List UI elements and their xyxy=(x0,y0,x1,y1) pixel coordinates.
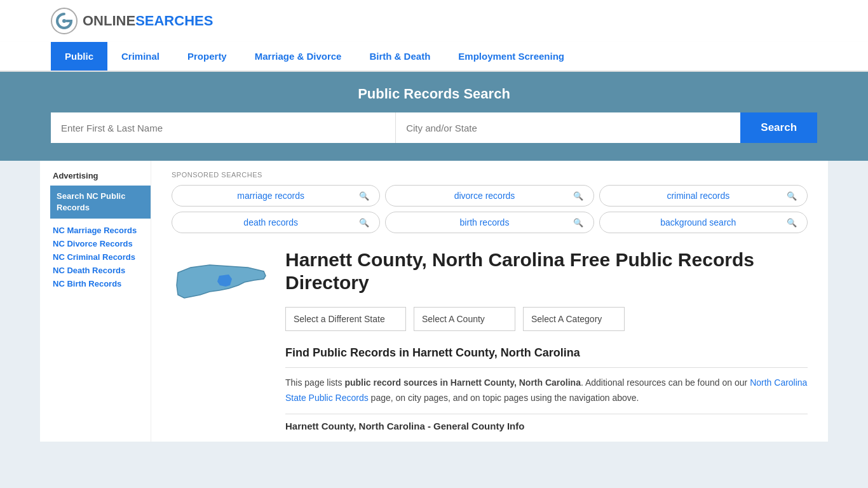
search-banner: Public Records Search Search xyxy=(0,72,868,161)
county-details: Harnett County, North Carolina Free Publ… xyxy=(285,248,808,431)
search-icon: 🔍 xyxy=(787,218,797,227)
county-dropdown[interactable]: Select A County xyxy=(414,307,515,331)
svg-point-1 xyxy=(62,19,66,23)
divider2 xyxy=(285,414,808,414)
nav-item-property[interactable]: Property xyxy=(173,42,241,71)
sponsored-tag-birth[interactable]: birth records 🔍 xyxy=(385,212,593,233)
logo-searches: SEARCHES xyxy=(135,13,213,29)
nav-item-public[interactable]: Public xyxy=(51,42,107,71)
tag-text: divorce records xyxy=(396,191,573,201)
logo-container[interactable]: ONLINESEARCHES xyxy=(51,8,213,34)
sidebar-ad-label: Advertising xyxy=(50,171,151,180)
bold-text: public record sources in Harnett County,… xyxy=(344,377,581,388)
main-nav: Public Criminal Property Marriage & Divo… xyxy=(0,42,868,72)
sponsored-grid: marriage records 🔍 divorce records 🔍 cri… xyxy=(172,185,808,233)
sponsored-tag-background[interactable]: background search 🔍 xyxy=(599,212,808,233)
sidebar: Advertising Search NC Public Records NC … xyxy=(40,161,151,442)
sponsored-tag-death[interactable]: death records 🔍 xyxy=(172,212,380,233)
tag-text: background search xyxy=(610,217,787,227)
tag-text: criminal records xyxy=(610,191,787,201)
find-title: Find Public Records in Harnett County, N… xyxy=(285,346,808,360)
logo-text: ONLINESEARCHES xyxy=(83,13,213,29)
state-dropdown[interactable]: Select a Different State xyxy=(285,307,406,331)
search-icon: 🔍 xyxy=(573,191,583,201)
sidebar-link-birth[interactable]: NC Birth Records xyxy=(50,277,151,290)
search-icon: 🔍 xyxy=(359,191,369,201)
sidebar-link-marriage[interactable]: NC Marriage Records xyxy=(50,224,151,237)
nav-item-marriage[interactable]: Marriage & Divorce xyxy=(241,42,356,71)
logo-online: ONLINE xyxy=(83,13,135,29)
sidebar-link-criminal[interactable]: NC Criminal Records xyxy=(50,250,151,264)
sidebar-highlight-text: Search NC Public Records xyxy=(57,191,144,214)
content-area: SPONSORED SEARCHES marriage records 🔍 di… xyxy=(151,161,828,442)
tag-text: birth records xyxy=(396,217,573,227)
sponsored-tag-marriage[interactable]: marriage records 🔍 xyxy=(172,185,380,207)
sponsored-tag-divorce[interactable]: divorce records 🔍 xyxy=(385,185,593,207)
page-wrapper: Advertising Search NC Public Records NC … xyxy=(40,161,828,442)
city-input[interactable] xyxy=(395,112,740,143)
banner-title: Public Records Search xyxy=(51,86,817,102)
county-section: Harnett County, North Carolina Free Publ… xyxy=(172,248,808,431)
divider xyxy=(285,367,808,368)
find-description: This page lists public record sources in… xyxy=(285,376,808,406)
general-info-title: Harnett County, North Carolina - General… xyxy=(285,421,808,431)
sidebar-link-divorce[interactable]: NC Divorce Records xyxy=(50,237,151,250)
sponsored-label: SPONSORED SEARCHES xyxy=(172,171,808,179)
tag-text: death records xyxy=(182,217,359,227)
logo-icon xyxy=(51,8,78,34)
search-icon: 🔍 xyxy=(787,191,797,201)
category-dropdown[interactable]: Select A Category xyxy=(523,307,625,331)
name-input[interactable] xyxy=(51,112,395,143)
county-title: Harnett County, North Carolina Free Publ… xyxy=(285,248,808,294)
sponsored-section: SPONSORED SEARCHES marriage records 🔍 di… xyxy=(172,171,808,233)
sponsored-tag-criminal[interactable]: criminal records 🔍 xyxy=(599,185,808,207)
dropdowns-container: Select a Different State Select A County… xyxy=(285,307,808,331)
tag-text: marriage records xyxy=(182,191,359,201)
sidebar-link-death[interactable]: NC Death Records xyxy=(50,264,151,277)
search-icon: 🔍 xyxy=(359,218,369,227)
nav-item-employment[interactable]: Employment Screening xyxy=(444,42,578,71)
nc-state-map xyxy=(172,254,270,317)
nav-item-criminal[interactable]: Criminal xyxy=(107,42,173,71)
sidebar-highlight[interactable]: Search NC Public Records xyxy=(50,186,151,219)
search-icon: 🔍 xyxy=(573,218,583,227)
search-form: Search xyxy=(51,112,817,143)
nav-item-birth[interactable]: Birth & Death xyxy=(355,42,444,71)
search-button[interactable]: Search xyxy=(740,112,817,143)
state-map-container xyxy=(172,248,270,431)
